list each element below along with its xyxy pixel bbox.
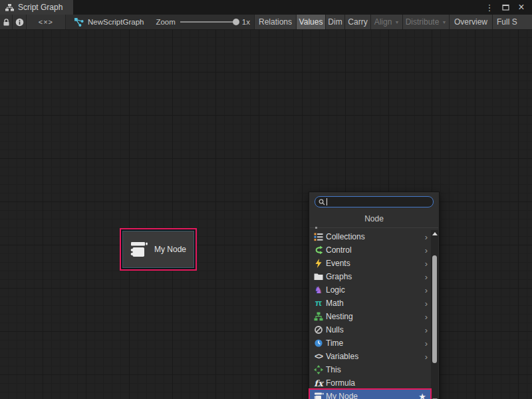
scroll-up-icon[interactable] [432,232,438,235]
carry-label: Carry [348,17,367,27]
search-icon [319,199,325,205]
window-controls: ⋮ × [482,0,532,15]
finder-item-label: Formula [326,378,355,388]
variables-icon: <> [313,352,324,362]
lock-icon [2,18,11,27]
chevron-right-icon: › [425,233,428,241]
finder-item-my-node[interactable]: My Node ★ [310,390,430,399]
finder-item-events[interactable]: Events › [310,257,430,270]
text-caret [327,198,327,205]
chevron-right-icon: › [425,273,428,281]
overview-button[interactable]: Overview [449,15,492,29]
zoom-control: Zoom 1x [144,15,250,29]
finder-item-formula[interactable]: fx Formula [310,376,430,390]
graph-canvas[interactable]: My Node Node [0,30,532,399]
script-graph-window: Script Graph ⋮ × [0,0,532,399]
lock-button[interactable] [0,15,13,29]
dropdown-arrow-icon: ▼ [442,20,446,25]
relations-button[interactable]: Relations [254,15,296,29]
finder-item-math[interactable]: π Math › [310,297,430,310]
menu-icon[interactable]: ⋮ [482,0,497,15]
overview-label: Overview [454,17,487,27]
finder-item-control[interactable]: Control › [310,243,430,257]
dropdown-arrow-icon: ▼ [394,20,399,25]
tab-label: Script Graph [18,3,63,12]
info-button[interactable] [13,15,26,29]
finder-separator [310,227,438,228]
chevron-right-icon: › [425,286,428,295]
finder-item-label: Graphs [326,272,352,281]
control-icon [313,245,324,255]
scrollbar-thumb[interactable] [432,255,437,363]
finder-item-logic[interactable]: ♞ Logic › [310,283,430,297]
finder-item-graphs[interactable]: Graphs › [310,270,430,283]
chevron-right-icon: › [425,313,428,321]
finder-item-label: Control [326,245,352,255]
align-label: Align [374,17,392,27]
node-icon [130,241,148,257]
chevron-right-icon: › [425,339,428,348]
finder-item-variables[interactable]: <> Variables › [310,350,430,363]
graph-hierarchy-icon [5,4,14,11]
chevron-right-icon: › [425,299,428,308]
my-node-icon [313,392,324,399]
node-body: My Node [122,231,194,268]
folder-icon [313,272,324,282]
logic-knight-icon: ♞ [313,285,324,295]
graph-toolbar: <×> NewScriptGraph Zoom 1x Relations [0,15,532,30]
graph-title: NewScriptGraph [66,15,144,29]
clock-icon [313,338,324,348]
code-icon: <×> [39,18,53,26]
node-selection-border: My Node [121,229,196,269]
relations-label: Relations [259,17,292,27]
chevron-right-icon: › [425,259,428,268]
carry-button[interactable]: Carry [344,15,370,29]
title-bar: Script Graph ⋮ × [0,0,532,15]
finder-item-this[interactable]: This [310,363,430,376]
dim-button[interactable]: Dim [325,15,344,29]
code-preview-button[interactable]: <×> [27,15,66,29]
finder-item-nesting[interactable]: Nesting › [310,310,430,323]
null-icon [313,325,324,335]
finder-item-time[interactable]: Time › [310,336,430,350]
finder-scrollbar[interactable] [431,230,438,399]
values-button[interactable]: Values [296,15,325,29]
chevron-right-icon: › [425,352,428,361]
finder-item-label: Variables [326,352,358,361]
distribute-label: Distribute [406,17,440,27]
finder-item-label: Collections [326,232,365,241]
collections-icon [313,232,324,242]
fullscreen-label: Full S [497,17,517,27]
finder-item-label: Nulls [326,325,344,334]
finder-item-collections[interactable]: Collections › [310,230,430,243]
close-icon[interactable]: × [514,0,529,15]
this-icon [313,365,324,375]
favorite-star-icon[interactable]: ★ [418,392,426,399]
finder-separator-dot [315,227,317,229]
toolbar-buttons: Relations Values Dim Carry Align ▼ Distr… [254,15,532,29]
finder-item-nulls[interactable]: Nulls › [310,323,430,336]
math-pi-icon: π [313,299,324,309]
dim-label: Dim [328,17,342,27]
graph-name-label: NewScriptGraph [88,18,144,26]
zoom-slider-handle[interactable] [233,19,239,25]
finder-list: Collections › Control › [310,230,430,399]
zoom-value: 1x [242,18,250,26]
graph-node-icon [74,18,84,27]
formula-fx-icon: fx [313,378,324,388]
maximize-icon[interactable] [498,0,513,15]
finder-header: Node [309,214,439,223]
finder-item-label: This [326,365,341,374]
node-label: My Node [154,245,186,254]
distribute-dropdown[interactable]: Distribute ▼ [402,15,449,29]
tab-script-graph[interactable]: Script Graph [0,0,73,15]
my-node-unit[interactable]: My Node [120,228,197,271]
fullscreen-button[interactable]: Full S [492,15,532,29]
finder-item-label: My Node [326,392,358,399]
align-dropdown[interactable]: Align ▼ [370,15,402,29]
search-input[interactable] [329,198,430,206]
zoom-slider[interactable] [180,21,237,23]
finder-search-box[interactable] [315,196,434,207]
values-label: Values [299,17,323,27]
finder-item-label: Logic [326,285,345,295]
